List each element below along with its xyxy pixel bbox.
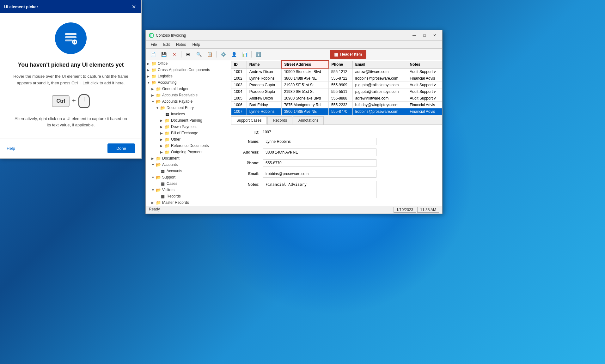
- tree-item-cases[interactable]: ▦ Cases: [146, 180, 231, 187]
- tree-item-other[interactable]: ▶ 📁 Other: [146, 136, 231, 143]
- window-controls: — □ ✕: [410, 32, 439, 39]
- tree-item-accounts-receivable[interactable]: ▶ 📁 Accounts Receivable: [146, 92, 231, 98]
- menu-notes[interactable]: Notes: [174, 41, 188, 48]
- tree-item-records[interactable]: ▦ Records: [146, 193, 231, 199]
- cell-name: Lynne Robbins: [247, 75, 281, 82]
- notes-textarea[interactable]: Financial Advisory: [263, 181, 376, 198]
- table-row[interactable]: 1001 Andrew Dixon 10900 Stonelake Blvd 5…: [231, 68, 442, 75]
- tree-toggle-invoices: [160, 112, 165, 116]
- ctrl-key-display: Ctrl: [52, 95, 70, 107]
- tree-item-outgoing-payment[interactable]: ▶ 📁 Outgoing Payment: [146, 149, 231, 155]
- close-button[interactable]: ✕: [430, 32, 439, 39]
- tab-support-cases[interactable]: Support Cases: [231, 116, 267, 124]
- email-label: Email:: [237, 170, 263, 176]
- tree-item-accounts-child[interactable]: ▦ Accounts: [146, 168, 231, 174]
- folder-icon-document: 📁: [156, 156, 161, 161]
- tree-item-document-parking[interactable]: ▶ 📁 Document Parking: [146, 117, 231, 124]
- bottom-section: Support Cases Records Annotations ID: 10…: [231, 115, 442, 206]
- toolbar-export-button[interactable]: 📋: [205, 50, 214, 59]
- toolbar-separator-1: [181, 51, 181, 58]
- picker-titlebar: UI element picker ✕: [0, 0, 141, 13]
- header-item-badge: ▦ Header Item: [330, 50, 366, 59]
- tree-label-cross-app: Cross-Application Components: [158, 68, 210, 72]
- tab-annotations[interactable]: Annotations: [293, 116, 324, 124]
- address-input[interactable]: [263, 149, 376, 156]
- tab-bar: Support Cases Records Annotations: [231, 115, 442, 125]
- tree-item-office[interactable]: ▶ 📁 Office: [146, 60, 231, 67]
- tree-item-master-records[interactable]: ▶ 📁 Master Records: [146, 199, 231, 206]
- tree-panel[interactable]: ▶ 📁 Office ▶ 📁 Cross-Application Compone…: [146, 60, 231, 206]
- table-row[interactable]: 1006 Bart Friday 7875 Montgomery Rd 555-…: [231, 102, 442, 108]
- cell-id: 1007: [231, 108, 247, 115]
- menu-edit[interactable]: Edit: [161, 41, 172, 48]
- folder-icon-cross-app: 📁: [151, 67, 156, 72]
- folder-icon-master-records: 📁: [156, 200, 161, 205]
- folder-icon-outgoing-payment: 📁: [165, 149, 170, 155]
- table-row[interactable]: 1005 Andrew Dixon 10900 Stonelake Blvd 5…: [231, 95, 442, 102]
- tree-item-logistics[interactable]: ▶ 📁 Logistics: [146, 73, 231, 79]
- menu-help[interactable]: Help: [190, 41, 203, 48]
- tree-item-accounts-payable[interactable]: ▼ 📂 Accounts Payable: [146, 98, 231, 105]
- toolbar-search-button[interactable]: 🔍: [194, 50, 204, 59]
- tree-label-invoices: Invoices: [171, 112, 185, 116]
- table-row[interactable]: 1004 Pradeep Gupta 21930 SE 51st St 555-…: [231, 88, 442, 95]
- cell-phone: 555-8888: [329, 95, 353, 102]
- tree-label-accounts-payable: Accounts Payable: [162, 99, 192, 104]
- toolbar-grid-button[interactable]: ⊞: [183, 50, 193, 59]
- picker-heading: You haven't picked any UI elements yet: [18, 62, 124, 68]
- tree-item-visitors[interactable]: ▼ 📂 Visitors: [146, 187, 231, 193]
- maximize-button[interactable]: □: [420, 32, 429, 39]
- tree-item-accounting[interactable]: ▼ 📂 Accounting: [146, 79, 231, 86]
- table-row[interactable]: 1007 Lynne Robbins 3800 148th Ave NE 555…: [231, 108, 442, 115]
- toolbar-save-button[interactable]: 💾: [159, 50, 168, 59]
- minimize-button[interactable]: —: [410, 32, 419, 39]
- cell-address: 10900 Stonelake Blvd: [281, 68, 328, 75]
- tree-item-document[interactable]: ▶ 📁 Document: [146, 155, 231, 161]
- col-header-phone: Phone: [329, 61, 353, 68]
- menu-file[interactable]: File: [148, 41, 159, 48]
- cell-name: Andrew Dixon: [247, 68, 281, 75]
- tree-toggle-outgoing-payment: ▶: [160, 150, 165, 154]
- picker-help-link[interactable]: Help: [7, 146, 15, 151]
- status-time: 11:38 AM: [417, 207, 439, 213]
- folder-icon-general-ledger: 📁: [156, 86, 161, 91]
- tree-item-reference-documents[interactable]: ▶ 📁 Reference Documents: [146, 143, 231, 149]
- toolbar-delete-button[interactable]: ✕: [170, 50, 179, 59]
- tree-item-cross-app[interactable]: ▶ 📁 Cross-Application Components: [146, 67, 231, 73]
- cell-name: Lynne Robbins: [247, 108, 281, 115]
- tree-item-invoices[interactable]: ▦ Invoices: [146, 111, 231, 117]
- tree-toggle-accounts-child: [156, 169, 160, 173]
- tab-records[interactable]: Records: [267, 116, 292, 124]
- main-area: ▶ 📁 Office ▶ 📁 Cross-Application Compone…: [146, 60, 442, 206]
- folder-icon-office: 📁: [151, 61, 156, 66]
- tree-item-support[interactable]: ▼ 📂 Support: [146, 174, 231, 180]
- table-row[interactable]: 1002 Lynne Robbins 3800 148th Ave NE 555…: [231, 75, 442, 82]
- picker-close-button[interactable]: ✕: [130, 3, 138, 10]
- tree-toggle-bill-of-exchange: ▶: [160, 131, 165, 135]
- folder-icon-other: 📁: [165, 137, 170, 142]
- tree-toggle-master-records: ▶: [151, 201, 156, 204]
- phone-input[interactable]: [263, 159, 376, 167]
- toolbar-excel-button[interactable]: 📊: [240, 50, 249, 59]
- toolbar-new-button[interactable]: 📄: [148, 50, 158, 59]
- id-value: 1007: [263, 129, 271, 134]
- folder-icon-reference-documents: 📁: [165, 143, 170, 148]
- data-grid[interactable]: ID Name Street Address Phone Email Notes…: [231, 60, 442, 115]
- picker-done-button[interactable]: Done: [107, 143, 135, 153]
- tree-item-general-ledger[interactable]: ▶ 📁 General Ledger: [146, 86, 231, 92]
- tree-item-document-entry[interactable]: ▼ 📂 Document Entry: [146, 105, 231, 111]
- toolbar-info-button[interactable]: ℹ️: [254, 50, 263, 59]
- list-icon-accounts: ▦: [160, 168, 165, 173]
- tree-item-accounts-parent[interactable]: ▼ 📂 Accounts: [146, 161, 231, 168]
- name-input[interactable]: [263, 138, 376, 145]
- detail-form: ID: 1007 Name: Address: Phone:: [231, 125, 442, 206]
- tree-toggle-document-parking: ▶: [160, 119, 165, 122]
- email-input[interactable]: [263, 170, 376, 178]
- toolbar-users-button[interactable]: 👤: [229, 50, 239, 59]
- toolbar-settings-button[interactable]: ⚙️: [218, 50, 228, 59]
- cell-email: lrobbins@proseware.com: [352, 75, 407, 82]
- tree-item-down-payment[interactable]: ▶ 📁 Down Payment: [146, 124, 231, 130]
- table-row[interactable]: 1003 Pradeep Gupta 21930 SE 51st St 555-…: [231, 82, 442, 88]
- tree-toggle-reference-documents: ▶: [160, 144, 165, 148]
- tree-item-bill-of-exchange[interactable]: ▶ 📁 Bill of Exchange: [146, 130, 231, 136]
